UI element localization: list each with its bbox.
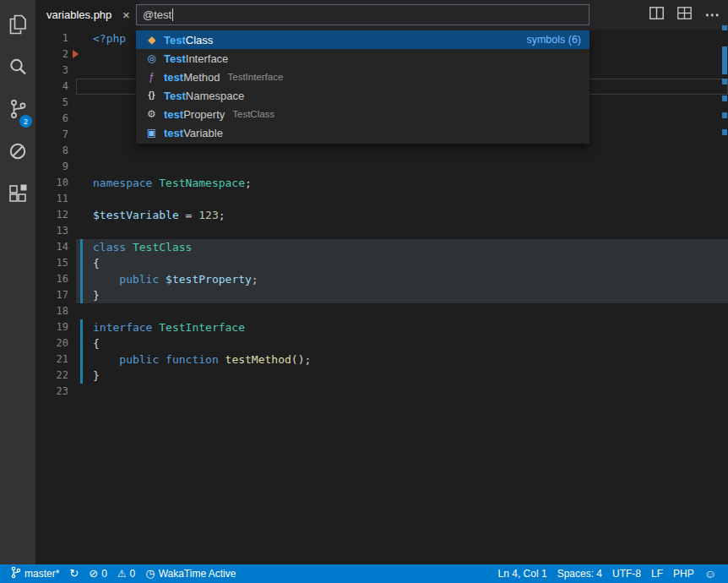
overview-mark [722, 95, 727, 101]
status-bar-left: master*↻⊘0⚠0◷WakaTime Active [0, 564, 241, 583]
editor-line[interactable]: 22} [35, 368, 728, 384]
line-number[interactable]: 16 [35, 271, 76, 287]
status-sync[interactable]: ↻ [64, 564, 84, 583]
variable-icon: ▣ [144, 123, 159, 142]
editor-line[interactable]: 11 [35, 191, 728, 207]
line-number[interactable]: 14 [35, 239, 76, 255]
gutter-marker-zone [76, 79, 93, 95]
line-number[interactable]: 6 [35, 111, 76, 127]
overview-mark [722, 129, 727, 135]
editor-line[interactable]: 14class TestClass [35, 239, 728, 255]
symbol-item[interactable]: ◆TestClasssymbols (6) [136, 30, 589, 49]
status-warnings[interactable]: ⚠0 [112, 564, 140, 583]
status-language-mode[interactable]: PHP [668, 564, 699, 583]
editor-line[interactable]: 15{ [35, 255, 728, 271]
git-modified-bar [80, 368, 83, 384]
line-number[interactable]: 21 [35, 351, 76, 368]
line-number[interactable]: 2 [35, 46, 76, 63]
activity-item-search[interactable] [0, 47, 35, 90]
status-feedback[interactable]: ☺ [699, 564, 721, 583]
status-wakatime[interactable]: ◷WakaTime Active [140, 564, 241, 583]
status-label: master* [24, 568, 59, 580]
split-editor-button[interactable] [647, 6, 666, 25]
symbol-item[interactable]: ◎TestInterface [136, 49, 589, 68]
line-number[interactable]: 4 [35, 79, 76, 95]
line-number[interactable]: 7 [35, 127, 76, 143]
activity-item-extensions[interactable] [0, 174, 35, 216]
line-number[interactable]: 22 [35, 368, 76, 384]
gutter-marker-zone [76, 351, 93, 368]
code-text: } [93, 287, 100, 303]
editor-line[interactable]: 17} [35, 287, 728, 303]
activity-item-explorer[interactable] [0, 5, 35, 47]
symbol-label: testMethod [164, 71, 220, 84]
editor-line[interactable]: 18 [35, 303, 728, 319]
toggle-layout-button[interactable] [675, 6, 693, 25]
code-text: namespace TestNamespace; [93, 175, 252, 191]
gutter-marker-zone [76, 175, 93, 191]
activity-item-debug[interactable] [0, 132, 35, 174]
close-icon[interactable]: × [119, 8, 133, 22]
code-text: { [93, 255, 100, 271]
interface-icon: ◎ [144, 49, 159, 68]
gutter-marker-zone [76, 303, 93, 319]
status-errors[interactable]: ⊘0 [84, 564, 112, 583]
line-number[interactable]: 3 [35, 63, 76, 79]
line-number[interactable]: 8 [35, 143, 76, 159]
editor-line[interactable]: 12$testVariable = 123; [35, 207, 728, 223]
debug-icon [8, 141, 28, 165]
gutter-marker-zone [76, 319, 93, 335]
editor-line[interactable]: 9 [35, 159, 728, 175]
git-modified-bar [80, 319, 83, 335]
line-number[interactable]: 10 [35, 175, 76, 191]
symbol-item[interactable]: {}TestNamespace [136, 86, 589, 105]
smiley-icon: ☺ [704, 568, 716, 580]
editor-line[interactable]: 23 [35, 384, 728, 400]
editor-line[interactable]: 21 public function testMethod(); [35, 351, 728, 368]
quick-open-input[interactable]: @test [136, 4, 589, 25]
activity-item-source-control[interactable]: 2 [0, 90, 35, 132]
symbol-item[interactable]: ⚙testPropertyTestClass [136, 105, 589, 123]
symbol-item[interactable]: ƒtestMethodTestInterface [136, 68, 589, 86]
vscode-window: 2 variables.php × ⋯ 1<?php2345678910name… [0, 0, 728, 583]
files-icon [8, 14, 28, 39]
symbol-item[interactable]: ▣testVariable [136, 123, 589, 142]
line-number[interactable]: 20 [35, 335, 76, 351]
editor-line[interactable]: 8 [35, 143, 728, 159]
activity-bar: 2 [0, 0, 35, 564]
status-cursor-position[interactable]: Ln 4, Col 1 [493, 564, 552, 583]
symbol-label: testVariable [164, 127, 223, 139]
line-number[interactable]: 15 [35, 255, 76, 271]
gutter-marker-zone [76, 368, 93, 384]
status-indentation[interactable]: Spaces: 4 [552, 564, 607, 583]
line-number[interactable]: 11 [35, 191, 76, 207]
gutter-marker-zone [76, 191, 93, 207]
line-number[interactable]: 5 [35, 95, 76, 111]
status-eol[interactable]: LF [646, 564, 668, 583]
line-number[interactable]: 17 [35, 287, 76, 303]
line-number[interactable]: 13 [35, 223, 76, 239]
editor-line[interactable]: 20{ [35, 335, 728, 351]
editor-line[interactable]: 13 [35, 223, 728, 239]
property-icon: ⚙ [144, 105, 159, 123]
line-number[interactable]: 19 [35, 319, 76, 335]
line-number[interactable]: 23 [35, 384, 76, 400]
gutter-marker-zone [76, 239, 93, 255]
more-actions-button[interactable]: ⋯ [703, 6, 721, 25]
line-number[interactable]: 9 [35, 159, 76, 175]
gutter-marker-zone [76, 223, 93, 239]
code-text: <?php [93, 30, 126, 46]
status-encoding[interactable]: UTF-8 [607, 564, 646, 583]
status-git-branch[interactable]: master* [6, 564, 64, 583]
editor-line[interactable]: 10namespace TestNamespace; [35, 175, 728, 191]
editor-line[interactable]: 19interface TestInterface [35, 319, 728, 335]
line-number[interactable]: 1 [35, 30, 76, 46]
line-number[interactable]: 18 [35, 303, 76, 319]
tab-variables-php[interactable]: variables.php × [35, 0, 140, 30]
status-label: Spaces: 4 [557, 568, 602, 580]
git-modified-bar [80, 351, 83, 368]
line-number[interactable]: 12 [35, 207, 76, 223]
editor-line[interactable]: 16 public $testProperty; [35, 271, 728, 287]
quick-open-query: @test [143, 8, 171, 21]
gutter-marker-zone [76, 46, 93, 63]
